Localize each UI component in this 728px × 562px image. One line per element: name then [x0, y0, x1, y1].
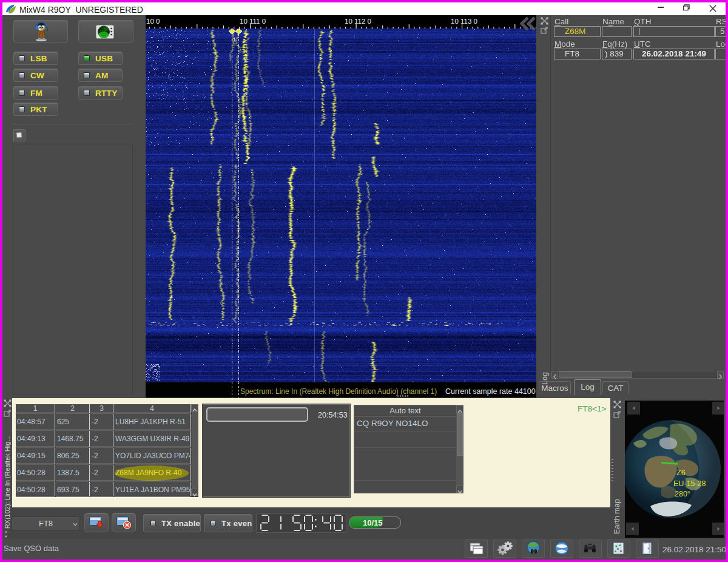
svg-text:10 0: 10 0: [146, 18, 160, 25]
svg-text:10 111 0: 10 111 0: [240, 18, 266, 25]
svg-text:Z6: Z6: [676, 469, 686, 477]
svg-text:10 112 0: 10 112 0: [345, 18, 371, 25]
svg-text:EU-15-28: EU-15-28: [673, 479, 706, 488]
svg-text:10 113 0: 10 113 0: [451, 18, 477, 25]
svg-text:280°: 280°: [675, 490, 690, 498]
